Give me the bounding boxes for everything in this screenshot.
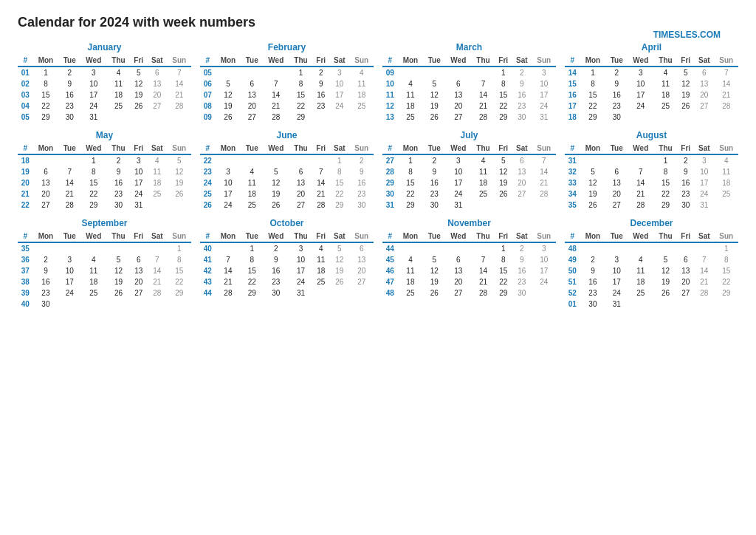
day-cell: 2	[32, 254, 58, 265]
day-cell: 31	[445, 200, 472, 211]
day-cell: 14	[147, 265, 167, 276]
col-header-#: #	[200, 55, 215, 67]
week-row: 1045678910	[382, 78, 556, 89]
day-cell: 6	[32, 166, 58, 177]
day-cell: 14	[472, 265, 495, 276]
week-number: 49	[565, 254, 580, 265]
day-cell: 19	[107, 276, 131, 287]
week-row: 492345678	[565, 254, 738, 265]
day-cell: 17	[605, 276, 628, 287]
day-cell	[349, 112, 374, 123]
col-header-wed: Wed	[445, 55, 472, 67]
day-cell	[263, 67, 289, 78]
day-cell: 3	[628, 67, 654, 78]
day-cell: 20	[289, 188, 313, 200]
col-header-fri: Fri	[130, 143, 147, 154]
day-cell: 30	[605, 112, 628, 123]
week-row: 48252627282930	[382, 287, 556, 299]
day-cell: 21	[532, 177, 556, 188]
day-cell: 8	[329, 166, 349, 177]
col-header-sat: Sat	[329, 143, 349, 154]
day-cell: 1	[580, 67, 605, 78]
week-number: 05	[18, 112, 32, 123]
day-cell: 8	[397, 166, 423, 177]
day-cell	[472, 242, 495, 254]
day-cell: 17	[532, 265, 556, 276]
day-cell: 30	[512, 287, 532, 299]
day-cell: 10	[289, 254, 313, 265]
day-cell: 23	[605, 100, 628, 112]
day-cell	[289, 154, 313, 166]
day-cell: 23	[107, 188, 131, 200]
week-number: 29	[382, 177, 397, 188]
week-number: 09	[200, 112, 215, 123]
week-row: 3419202122232425	[565, 188, 738, 200]
day-cell: 7	[714, 67, 738, 78]
col-header-fri: Fri	[130, 55, 147, 67]
day-cell: 1	[289, 67, 313, 78]
day-cell: 2	[423, 154, 445, 166]
day-cell: 10	[694, 166, 714, 177]
week-row: 0315161718192021	[18, 89, 191, 100]
day-cell: 29	[167, 287, 191, 299]
day-cell: 24	[58, 287, 80, 299]
day-cell: 19	[654, 276, 678, 287]
week-row: 4718192021222324	[382, 276, 556, 287]
day-cell: 2	[58, 67, 80, 78]
day-cell: 14	[694, 265, 714, 276]
day-cell: 4	[312, 242, 329, 254]
day-cell: 13	[445, 89, 472, 100]
day-cell: 3	[532, 67, 556, 78]
day-cell: 3	[58, 254, 80, 265]
day-cell: 30	[580, 299, 605, 310]
week-number: 21	[18, 188, 32, 200]
day-cell: 12	[329, 254, 349, 265]
day-cell	[312, 287, 329, 299]
day-cell	[167, 200, 191, 211]
day-cell: 31	[605, 299, 628, 310]
day-cell	[677, 299, 694, 310]
day-cell	[147, 200, 167, 211]
day-cell: 30	[349, 200, 374, 211]
day-cell: 27	[289, 200, 313, 211]
week-row: 141234567	[565, 67, 738, 78]
day-cell: 13	[677, 265, 694, 276]
day-cell: 16	[423, 177, 445, 188]
day-cell: 12	[495, 166, 512, 177]
day-cell: 23	[58, 100, 80, 112]
week-row: 1111121314151617	[382, 89, 556, 100]
week-row: 1812345	[18, 154, 191, 166]
day-cell: 3	[289, 242, 313, 254]
week-row: 06567891011	[200, 78, 374, 89]
day-cell: 10	[605, 265, 628, 276]
day-cell: 15	[167, 265, 191, 276]
col-header-fri: Fri	[495, 55, 512, 67]
day-cell	[628, 154, 654, 166]
day-cell: 25	[312, 276, 329, 287]
day-cell: 26	[654, 287, 678, 299]
day-cell: 18	[628, 276, 654, 287]
day-cell	[532, 287, 556, 299]
day-cell: 26	[215, 112, 241, 123]
week-number: 43	[200, 276, 215, 287]
week-row: 4545678910	[382, 254, 556, 265]
day-cell	[605, 242, 628, 254]
week-number: 35	[18, 242, 32, 254]
day-cell: 18	[397, 100, 423, 112]
week-row: 4611121314151617	[382, 265, 556, 276]
col-header-mon: Mon	[580, 55, 605, 67]
day-cell: 29	[495, 112, 512, 123]
col-header-#: #	[565, 143, 580, 154]
week-number: 03	[18, 89, 32, 100]
day-cell: 16	[263, 265, 289, 276]
day-cell: 7	[532, 154, 556, 166]
day-cell	[32, 242, 58, 254]
day-cell	[605, 154, 628, 166]
col-header-tue: Tue	[58, 143, 80, 154]
day-cell: 15	[495, 265, 512, 276]
day-cell: 18	[107, 89, 131, 100]
day-cell: 12	[107, 265, 131, 276]
week-row: 4030	[18, 299, 191, 310]
col-header-mon: Mon	[580, 231, 605, 242]
day-cell: 25	[147, 188, 167, 200]
